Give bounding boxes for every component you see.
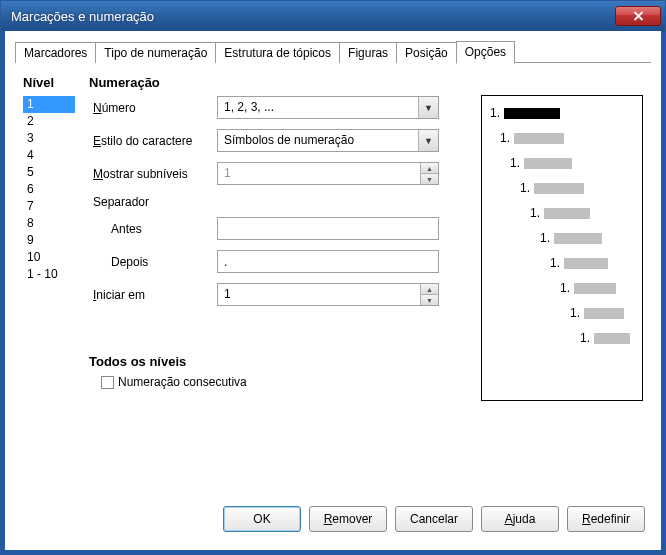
level-item-9[interactable]: 9 — [23, 232, 75, 249]
after-label: Depois — [89, 255, 217, 269]
remove-button[interactable]: Remover — [309, 506, 387, 532]
button-bar: OK Remover Cancelar Ajuda Redefinir — [15, 494, 651, 540]
preview-bar — [544, 208, 590, 219]
level-item-8[interactable]: 8 — [23, 215, 75, 232]
level-item-7[interactable]: 7 — [23, 198, 75, 215]
number-select[interactable]: 1, 2, 3, ... ▼ — [217, 96, 439, 119]
before-label: Antes — [89, 222, 217, 236]
help-button[interactable]: Ajuda — [481, 506, 559, 532]
level-item-4[interactable]: 4 — [23, 147, 75, 164]
preview-bar — [514, 133, 564, 144]
chevron-down-icon: ▼ — [418, 97, 438, 118]
cancel-button[interactable]: Cancelar — [395, 506, 473, 532]
chevron-down-icon: ▼ — [418, 130, 438, 151]
titlebar: Marcações e numeração — [1, 1, 665, 31]
before-input[interactable] — [217, 217, 439, 240]
level-item-2[interactable]: 2 — [23, 113, 75, 130]
level-list[interactable]: 1 2 3 4 5 6 7 8 9 10 1 - 10 — [23, 96, 75, 283]
consecutive-label: Numeração consecutiva — [118, 375, 247, 389]
start-value: 1 — [218, 284, 420, 305]
level-item-6[interactable]: 6 — [23, 181, 75, 198]
ok-button[interactable]: OK — [223, 506, 301, 532]
preview-bar — [564, 258, 608, 269]
level-item-1[interactable]: 1 — [23, 96, 75, 113]
form-column: Numeração Número 1, 2, 3, ... ▼ Estilo d… — [89, 75, 481, 494]
separator-label: Separador — [89, 195, 471, 209]
charstyle-label: Estilo do caractere — [89, 134, 217, 148]
start-spin[interactable]: 1 ▲▼ — [217, 283, 439, 306]
spin-down-icon[interactable]: ▼ — [421, 295, 438, 305]
preview-bar — [594, 333, 630, 344]
tab-figuras[interactable]: Figuras — [339, 42, 397, 63]
spin-up-icon: ▲ — [421, 163, 438, 174]
level-heading: Nível — [23, 75, 83, 90]
tab-bar: Marcadores Tipo de numeração Estrutura d… — [15, 41, 651, 63]
preview-bar — [504, 108, 560, 119]
tab-posicao[interactable]: Posição — [396, 42, 457, 63]
all-levels-heading: Todos os níveis — [89, 354, 471, 369]
level-item-all[interactable]: 1 - 10 — [23, 266, 75, 283]
level-item-3[interactable]: 3 — [23, 130, 75, 147]
window-title: Marcações e numeração — [11, 9, 615, 24]
spin-down-icon: ▼ — [421, 174, 438, 184]
spin-buttons: ▲▼ — [420, 163, 438, 184]
close-icon — [633, 11, 644, 21]
spin-up-icon[interactable]: ▲ — [421, 284, 438, 295]
preview-bar — [534, 183, 584, 194]
close-button[interactable] — [615, 6, 661, 26]
tab-opcoes[interactable]: Opções — [456, 41, 515, 64]
all-levels-group: Todos os níveis Numeração consecutiva — [89, 354, 471, 389]
spin-buttons[interactable]: ▲▼ — [420, 284, 438, 305]
start-label: Iniciar em — [89, 288, 217, 302]
number-label: Número — [89, 101, 217, 115]
tab-estrutura[interactable]: Estrutura de tópicos — [215, 42, 340, 63]
level-column: Nível 1 2 3 4 5 6 7 8 9 10 1 - 10 — [23, 75, 89, 494]
number-value: 1, 2, 3, ... — [218, 97, 418, 118]
charstyle-value: Símbolos de numeração — [218, 130, 418, 151]
reset-button[interactable]: Redefinir — [567, 506, 645, 532]
sublevels-spin: 1 ▲▼ — [217, 162, 439, 185]
preview-bar — [574, 283, 616, 294]
charstyle-select[interactable]: Símbolos de numeração ▼ — [217, 129, 439, 152]
tab-marcadores[interactable]: Marcadores — [15, 42, 96, 63]
preview-bar — [554, 233, 602, 244]
client-area: Marcadores Tipo de numeração Estrutura d… — [1, 31, 665, 554]
numbering-heading: Numeração — [89, 75, 471, 90]
options-panel: Nível 1 2 3 4 5 6 7 8 9 10 1 - 10 Numera… — [15, 63, 651, 494]
preview-box: 1. 1. 1. 1. 1. 1. 1. 1. 1. 1. — [481, 95, 643, 401]
sublevels-value: 1 — [218, 163, 420, 184]
sublevels-label: Mostrar subníveis — [89, 167, 217, 181]
consecutive-checkbox[interactable] — [101, 376, 114, 389]
level-item-5[interactable]: 5 — [23, 164, 75, 181]
dialog-window: Marcações e numeração Marcadores Tipo de… — [0, 0, 666, 555]
after-input[interactable] — [217, 250, 439, 273]
tab-tipo-numeracao[interactable]: Tipo de numeração — [95, 42, 216, 63]
preview-bar — [524, 158, 572, 169]
level-item-10[interactable]: 10 — [23, 249, 75, 266]
preview-bar — [584, 308, 624, 319]
